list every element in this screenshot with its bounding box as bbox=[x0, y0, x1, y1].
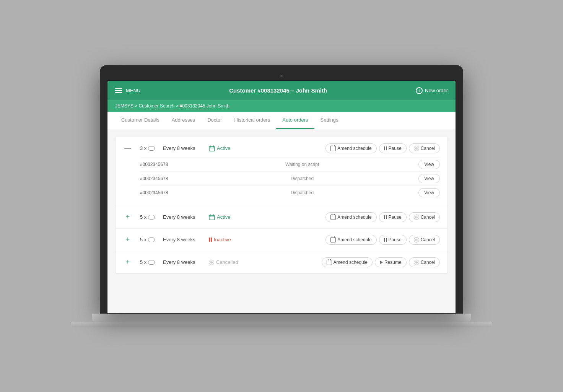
calendar-icon bbox=[327, 260, 332, 265]
cancel-button[interactable]: ⊘ Cancel bbox=[409, 143, 440, 153]
collapse-icon[interactable]: — bbox=[123, 144, 132, 153]
pause-icon bbox=[384, 238, 387, 242]
calendar-icon bbox=[330, 146, 336, 151]
active-calendar-icon bbox=[209, 214, 215, 220]
view-button[interactable]: View bbox=[418, 160, 440, 169]
order-sub-rows: #0002345678 Waiting on script View #0002… bbox=[123, 157, 440, 200]
order-frequency: Every 8 weeks bbox=[163, 145, 201, 151]
svg-rect-0 bbox=[209, 146, 215, 151]
sub-row-id: #0002345678 bbox=[140, 176, 186, 181]
tab-historical-orders[interactable]: Historical orders bbox=[228, 112, 276, 129]
sub-row-id: #0002345678 bbox=[140, 162, 186, 167]
pause-icon bbox=[384, 215, 387, 219]
cancel-button[interactable]: ⊘ Cancel bbox=[409, 257, 440, 267]
order-actions: Amend schedule Pause bbox=[325, 235, 440, 245]
cancel-button[interactable]: ⊘ Cancel bbox=[409, 235, 440, 245]
resume-button[interactable]: Resume bbox=[375, 257, 407, 267]
order-row: + 5 x Every 8 weeks bbox=[116, 229, 447, 251]
calendar-icon bbox=[330, 237, 336, 242]
order-actions: Amend schedule Resume ⊘ Cancel bbox=[322, 257, 440, 267]
order-frequency: Every 8 weeks bbox=[163, 214, 201, 220]
sub-row: #0002345678 Dispatched View bbox=[140, 185, 440, 200]
pause-button[interactable]: Pause bbox=[379, 235, 407, 245]
breadcrumb-current: #003132045 John Smith bbox=[180, 103, 229, 109]
order-frequency: Every 8 weeks bbox=[163, 259, 201, 265]
amend-schedule-button[interactable]: Amend schedule bbox=[325, 143, 376, 153]
expand-icon[interactable]: + bbox=[123, 258, 132, 267]
expand-icon[interactable]: + bbox=[123, 213, 132, 222]
amend-schedule-button[interactable]: Amend schedule bbox=[325, 235, 376, 245]
active-calendar-icon bbox=[209, 145, 215, 151]
pill-icon bbox=[148, 237, 155, 242]
resume-icon bbox=[380, 260, 383, 264]
view-button[interactable]: View bbox=[418, 188, 440, 197]
order-quantity: 3 x bbox=[140, 145, 155, 151]
sub-row-status: Dispatched bbox=[186, 176, 418, 181]
main-content: — 3 x Every 8 weeks bbox=[107, 129, 456, 313]
order-quantity: 5 x bbox=[140, 237, 155, 242]
amend-schedule-button[interactable]: Amend schedule bbox=[322, 257, 373, 267]
page-title: Customer #003132045 – John Smith bbox=[229, 87, 327, 94]
tab-auto-orders[interactable]: Auto orders bbox=[276, 112, 314, 129]
cancelled-icon: ⊘ bbox=[209, 260, 214, 265]
order-status: Inactive bbox=[209, 237, 243, 242]
order-row: + 5 x Every 8 weeks ⊘ Cancelled bbox=[116, 251, 447, 273]
cancel-icon: ⊘ bbox=[414, 260, 419, 265]
inactive-pause-icon bbox=[209, 237, 212, 242]
pill-icon bbox=[148, 260, 155, 265]
pause-icon bbox=[384, 146, 387, 150]
sub-row-status: Waiting on script bbox=[186, 162, 418, 167]
order-quantity: 5 x bbox=[140, 259, 155, 265]
cancel-icon: ⊘ bbox=[414, 146, 419, 151]
svg-rect-4 bbox=[209, 215, 215, 220]
tab-customer-details[interactable]: Customer Details bbox=[115, 112, 166, 129]
new-order-plus-icon: + bbox=[416, 87, 423, 94]
pill-icon bbox=[148, 215, 155, 220]
pause-button[interactable]: Pause bbox=[379, 212, 407, 222]
menu-hamburger-icon[interactable] bbox=[115, 88, 122, 93]
order-actions: Amend schedule Pause bbox=[325, 212, 440, 222]
order-frequency: Every 8 weeks bbox=[163, 237, 201, 242]
breadcrumb-customer-search[interactable]: Customer Search bbox=[139, 103, 174, 109]
order-row: — 3 x Every 8 weeks bbox=[116, 137, 447, 206]
tab-settings[interactable]: Settings bbox=[314, 112, 345, 129]
amend-schedule-button[interactable]: Amend schedule bbox=[325, 212, 376, 222]
new-order-label: New order bbox=[425, 88, 448, 93]
view-button[interactable]: View bbox=[418, 174, 440, 183]
pause-button[interactable]: Pause bbox=[379, 143, 407, 153]
sub-row-status: Dispatched bbox=[186, 190, 418, 195]
breadcrumb: JEMSYS > Customer Search > #003132045 Jo… bbox=[107, 100, 456, 112]
tab-doctor[interactable]: Doctor bbox=[201, 112, 228, 129]
tabs-bar: Customer Details Addresses Doctor Histor… bbox=[107, 112, 456, 129]
order-quantity: 5 x bbox=[140, 214, 155, 220]
sub-row-id: #0002345678 bbox=[140, 190, 186, 195]
cancel-icon: ⊘ bbox=[414, 215, 419, 220]
tab-addresses[interactable]: Addresses bbox=[166, 112, 201, 129]
order-status: ⊘ Cancelled bbox=[209, 259, 243, 265]
cancel-button[interactable]: ⊘ Cancel bbox=[409, 212, 440, 222]
sub-row: #0002345678 Waiting on script View bbox=[140, 157, 440, 171]
breadcrumb-root[interactable]: JEMSYS bbox=[115, 103, 133, 109]
calendar-icon bbox=[330, 215, 336, 220]
orders-card: — 3 x Every 8 weeks bbox=[115, 137, 448, 274]
cancel-icon: ⊘ bbox=[414, 237, 419, 242]
menu-label: MENU bbox=[126, 88, 140, 93]
sub-row: #0002345678 Dispatched View bbox=[140, 171, 440, 185]
expand-icon[interactable]: + bbox=[123, 235, 132, 244]
order-row: + 5 x Every 8 weeks bbox=[116, 206, 447, 229]
app-header: MENU Customer #003132045 – John Smith + … bbox=[107, 81, 456, 100]
pill-icon bbox=[148, 146, 155, 151]
order-status: Active bbox=[209, 145, 243, 151]
order-actions: Amend schedule Pause bbox=[325, 143, 440, 153]
new-order-button[interactable]: + New order bbox=[416, 87, 448, 94]
order-status: Active bbox=[209, 214, 243, 220]
